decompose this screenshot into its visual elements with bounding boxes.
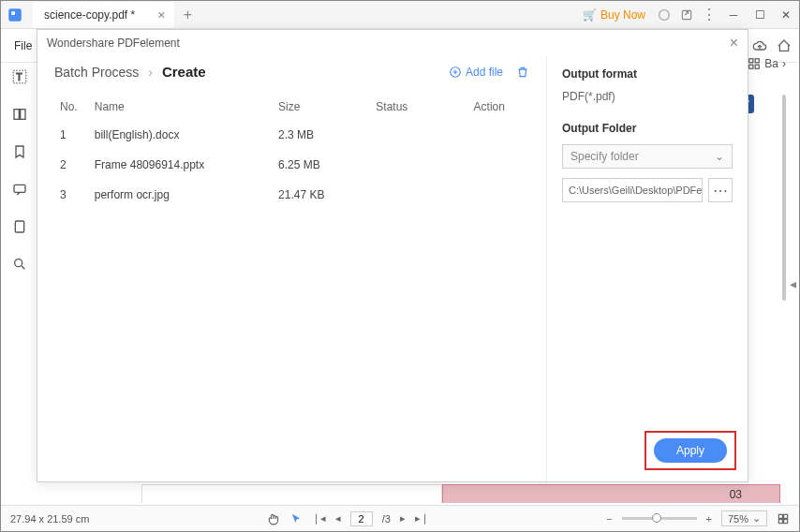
next-page-icon[interactable]: ▸ — [400, 512, 406, 525]
prev-page-icon[interactable]: ◂ — [335, 512, 341, 525]
table-row[interactable]: 1 bill(English).docx 2.3 MB — [56, 121, 527, 149]
left-nav: T — [1, 63, 38, 505]
chevron-left-icon: ◂ — [790, 276, 796, 291]
text-tool-icon[interactable]: T — [9, 66, 30, 87]
svg-rect-6 — [749, 65, 753, 68]
document-preview: 03 — [141, 484, 780, 503]
breadcrumb-root[interactable]: Batch Process — [54, 65, 139, 80]
batch-tool-button[interactable]: Ba › — [748, 57, 786, 70]
col-size: Size — [274, 95, 370, 119]
svg-rect-11 — [21, 110, 25, 120]
hand-tool-icon[interactable] — [267, 512, 280, 525]
output-folder-label: Output Folder — [562, 122, 733, 135]
maximize-button[interactable]: ☐ — [747, 2, 773, 28]
more-icon[interactable]: ⋮ — [698, 4, 720, 26]
delete-button[interactable] — [516, 66, 529, 79]
browse-folder-button[interactable]: ⋯ — [708, 178, 733, 202]
chevron-right-icon: › — [148, 65, 153, 80]
svg-rect-19 — [784, 519, 788, 523]
table-row[interactable]: 3 perform ocr.jpg 21.47 KB — [56, 181, 527, 209]
svg-rect-13 — [15, 221, 23, 232]
title-bar: science-copy.pdf * × + 🛒 Buy Now ⋮ ─ ☐ ✕ — [1, 1, 799, 29]
svg-rect-18 — [778, 519, 782, 523]
svg-rect-10 — [14, 110, 19, 120]
select-tool-icon[interactable] — [289, 512, 303, 525]
table-row[interactable]: 2 Frame 48096914.pptx 6.25 MB — [56, 151, 527, 179]
file-menu[interactable]: File — [8, 39, 37, 52]
output-format-value: PDF(*.pdf) — [562, 90, 733, 103]
zoom-out-icon[interactable]: − — [606, 513, 612, 525]
right-panel-toggle[interactable]: ◂ — [786, 63, 799, 505]
breadcrumb: Batch Process › Create Add file — [54, 64, 529, 80]
svg-point-14 — [15, 259, 22, 267]
last-page-icon[interactable]: ▸❘ — [415, 512, 429, 525]
output-format-label: Output format — [562, 67, 733, 81]
svg-rect-5 — [755, 59, 759, 63]
apply-highlight: Apply — [644, 431, 736, 470]
svg-rect-1 — [11, 11, 15, 15]
share-icon[interactable] — [675, 4, 698, 26]
status-bar: 27.94 x 21.59 cm ❘◂ ◂ /3 ▸ ▸❘ − + 75% ⌄ — [1, 505, 799, 531]
home-icon[interactable] — [777, 38, 792, 53]
bookmark-icon[interactable] — [9, 141, 30, 162]
col-name: Name — [91, 95, 273, 119]
svg-text:T: T — [16, 71, 22, 82]
svg-rect-7 — [755, 65, 759, 68]
cart-icon: 🛒 — [583, 8, 597, 22]
svg-rect-17 — [784, 514, 788, 518]
minimize-button[interactable]: ─ — [720, 2, 747, 28]
zoom-level-select[interactable]: 75% ⌄ — [721, 510, 767, 526]
app-icon — [1, 1, 29, 29]
col-no: No. — [56, 95, 89, 119]
file-table: No. Name Size Status Action 1 bill(Engli… — [54, 93, 529, 211]
fit-page-icon[interactable] — [777, 512, 790, 525]
attachment-icon[interactable] — [9, 216, 30, 237]
dialog-title: Wondershare PDFelement — [47, 37, 180, 50]
page-total: /3 — [382, 513, 391, 525]
add-file-button[interactable]: Add file — [449, 66, 503, 79]
apply-button[interactable]: Apply — [654, 438, 727, 463]
thumbnails-icon[interactable] — [9, 104, 30, 125]
chevron-down-icon: ⌄ — [715, 150, 724, 163]
zoom-in-icon[interactable]: + — [706, 513, 712, 525]
page-number-input[interactable] — [350, 511, 373, 526]
close-window-button[interactable]: ✕ — [773, 2, 799, 28]
buy-now-button[interactable]: 🛒 Buy Now — [575, 8, 653, 22]
comment-icon[interactable] — [9, 179, 30, 200]
folder-path-field[interactable]: C:\Users\Geili\Desktop\PDFelement\Cr — [562, 178, 703, 202]
scrollbar[interactable] — [782, 95, 786, 301]
zoom-slider[interactable] — [622, 517, 697, 520]
close-dialog-button[interactable]: × — [730, 35, 738, 52]
specify-folder-select[interactable]: Specify folder ⌄ — [562, 144, 733, 169]
tab-title: science-copy.pdf * — [44, 8, 135, 22]
batch-process-dialog: Wondershare PDFelement × Batch Process ›… — [37, 29, 748, 482]
svg-point-2 — [659, 9, 670, 20]
col-action: Action — [470, 95, 527, 119]
dialog-title-bar: Wondershare PDFelement × — [37, 30, 748, 56]
close-tab-icon[interactable]: × — [157, 7, 165, 22]
breadcrumb-current: Create — [162, 64, 206, 80]
search-icon[interactable] — [9, 254, 30, 274]
col-status: Status — [372, 95, 467, 119]
add-tab-button[interactable]: + — [174, 7, 200, 23]
page-dimensions: 27.94 x 21.59 cm — [10, 513, 89, 525]
cloud-upload-icon[interactable] — [752, 38, 767, 53]
svg-rect-12 — [14, 185, 25, 192]
sync-icon[interactable] — [653, 4, 675, 26]
svg-rect-16 — [778, 514, 782, 518]
first-page-icon[interactable]: ❘◂ — [312, 512, 326, 525]
svg-rect-4 — [749, 59, 753, 63]
chevron-down-icon: ⌄ — [752, 512, 761, 525]
document-tab[interactable]: science-copy.pdf * × — [33, 2, 174, 28]
